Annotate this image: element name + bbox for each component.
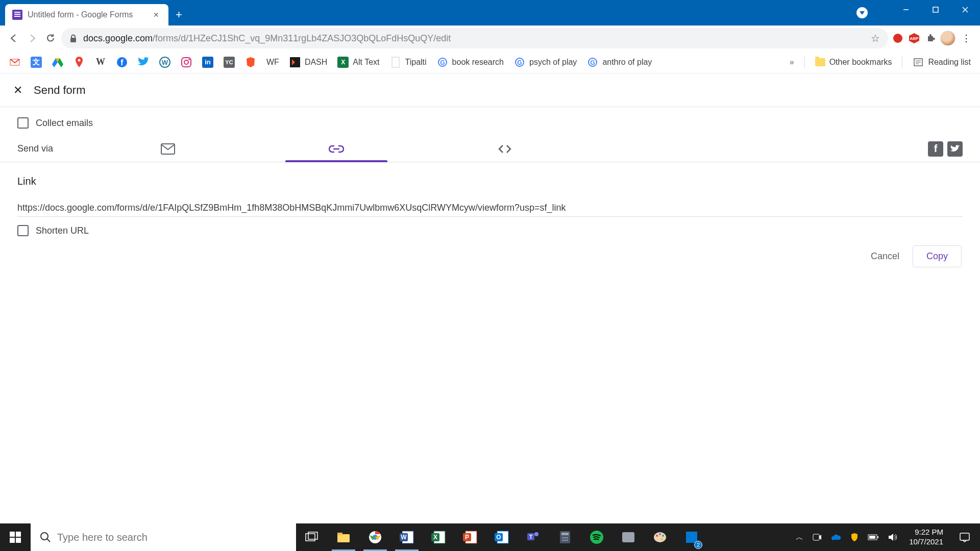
reading-list-button[interactable]: Reading list (913, 57, 971, 68)
tray-volume-icon[interactable] (885, 533, 901, 541)
other-bookmarks-label: Other bookmarks (829, 58, 892, 67)
svg-text:P: P (465, 534, 469, 541)
taskbar-powerpoint[interactable]: P (454, 523, 486, 551)
bookmark-maps[interactable] (74, 57, 85, 68)
svg-point-34 (41, 533, 48, 540)
svg-text:G: G (440, 59, 445, 66)
taskbar-file-explorer[interactable] (328, 523, 359, 551)
tray-battery-icon[interactable] (864, 534, 883, 540)
svg-text:O: O (496, 534, 501, 541)
notifications-button[interactable] (951, 532, 978, 542)
extension-icon-1[interactable] (891, 32, 904, 45)
bookmark-anthroplay[interactable]: Ganthro of play (587, 57, 652, 68)
brave-icon (245, 57, 256, 68)
bookmarks-overflow-icon[interactable]: » (790, 58, 794, 67)
clock-time: 9:22 PM (909, 528, 943, 537)
link-section: Link Shorten URL Cancel Copy (0, 162, 980, 281)
taskbar-outlook[interactable]: O (486, 523, 518, 551)
other-bookmarks-button[interactable]: Other bookmarks (815, 58, 892, 67)
bookmark-tipalti[interactable]: Tipalti (390, 57, 427, 68)
forward-button[interactable] (24, 31, 40, 46)
tab-email[interactable] (84, 136, 252, 162)
chrome-menu-button[interactable]: ⋮ (959, 33, 974, 44)
collect-emails-row: Collect emails (0, 107, 980, 136)
bookmark-wikipedia[interactable]: W (95, 57, 106, 68)
copy-button[interactable]: Copy (913, 245, 962, 267)
svg-rect-77 (960, 533, 969, 540)
taskbar-word[interactable]: W (391, 523, 423, 551)
bookmark-star-icon[interactable]: ☆ (871, 32, 880, 44)
embed-icon (497, 144, 512, 154)
svg-rect-38 (337, 534, 350, 542)
bookmark-brave[interactable] (245, 57, 256, 68)
bookmark-instagram[interactable] (181, 57, 192, 68)
close-tab-icon[interactable]: ✕ (151, 11, 161, 19)
tab-link[interactable] (252, 136, 421, 162)
bookmark-wf[interactable]: WF (266, 58, 279, 67)
svg-point-69 (659, 533, 661, 535)
taskbar-teams[interactable]: T (518, 523, 549, 551)
maximize-button[interactable] (921, 0, 950, 19)
svg-text:G: G (591, 59, 595, 66)
bookmark-label: DASH (305, 58, 327, 67)
task-view-button[interactable] (296, 523, 328, 551)
extension-abp-icon[interactable]: ABP (908, 32, 921, 45)
bookmark-psychofplay[interactable]: Gpsych of play (514, 57, 577, 68)
taskbar-search[interactable] (31, 523, 296, 551)
svg-point-55 (534, 532, 538, 536)
cancel-button[interactable]: Cancel (862, 245, 909, 267)
tray-security-icon[interactable] (847, 533, 862, 542)
bookmark-bookresearch[interactable]: Gbook research (437, 57, 504, 68)
link-url-input[interactable] (17, 199, 963, 217)
tab-embed[interactable] (421, 136, 589, 162)
minimize-button[interactable] (891, 0, 921, 19)
bookmark-yc[interactable]: YC (224, 57, 235, 68)
svg-text:W: W (162, 59, 168, 66)
profile-avatar[interactable] (940, 31, 955, 46)
tray-meet-icon[interactable] (809, 534, 825, 541)
start-button[interactable] (0, 523, 31, 551)
svg-point-18 (184, 60, 188, 64)
collect-emails-checkbox[interactable] (17, 117, 29, 129)
taskbar-app-2[interactable]: 2 (676, 523, 707, 551)
bookmark-alttext[interactable]: XAlt Text (337, 57, 379, 68)
reload-button[interactable] (43, 31, 58, 46)
bookmark-translate[interactable]: 文 (31, 57, 42, 68)
svg-rect-75 (869, 536, 875, 539)
app-dropdown-indicator[interactable] (856, 7, 868, 18)
svg-point-70 (662, 535, 664, 537)
share-facebook-button[interactable]: f (928, 141, 943, 157)
bookmark-wordpress[interactable]: W (159, 57, 170, 68)
taskbar-calculator[interactable] (549, 523, 581, 551)
bookmark-drive[interactable] (52, 57, 63, 68)
svg-rect-4 (70, 38, 76, 42)
taskbar-spotify[interactable] (581, 523, 612, 551)
close-icon[interactable]: ✕ (13, 84, 22, 97)
back-button[interactable] (6, 31, 21, 46)
address-bar[interactable]: docs.google.com/forms/d/1HZeCJ1ShC_vq_9M… (61, 28, 888, 48)
browser-tab[interactable]: Untitled form - Google Forms ✕ (5, 4, 168, 26)
window-controls (891, 0, 980, 19)
svg-text:G: G (517, 59, 522, 66)
folder-icon (815, 58, 825, 66)
close-window-button[interactable] (950, 0, 980, 19)
bookmark-linkedin[interactable]: in (202, 57, 213, 68)
bookmark-twitter[interactable] (138, 57, 149, 68)
search-input[interactable] (57, 532, 287, 543)
new-tab-button[interactable]: + (168, 4, 189, 26)
extensions-puzzle-icon[interactable] (924, 32, 937, 45)
taskbar-excel[interactable]: X (423, 523, 454, 551)
taskbar-chrome[interactable] (359, 523, 391, 551)
shorten-url-checkbox[interactable] (17, 225, 29, 236)
drive-icon (52, 57, 63, 68)
tray-onedrive-icon[interactable] (827, 534, 845, 541)
share-twitter-button[interactable] (947, 141, 963, 157)
bookmark-dash[interactable]: DASH (289, 57, 327, 68)
taskbar-paint[interactable] (644, 523, 676, 551)
taskbar-clock[interactable]: 9:22 PM 10/7/2021 (903, 528, 949, 547)
tray-chevron-up-icon[interactable]: ︿ (792, 533, 807, 542)
taskbar-app-1[interactable] (612, 523, 644, 551)
bookmark-facebook[interactable]: f (116, 57, 128, 68)
bookmark-gmail[interactable] (9, 57, 20, 68)
windows-logo-icon (10, 532, 21, 543)
